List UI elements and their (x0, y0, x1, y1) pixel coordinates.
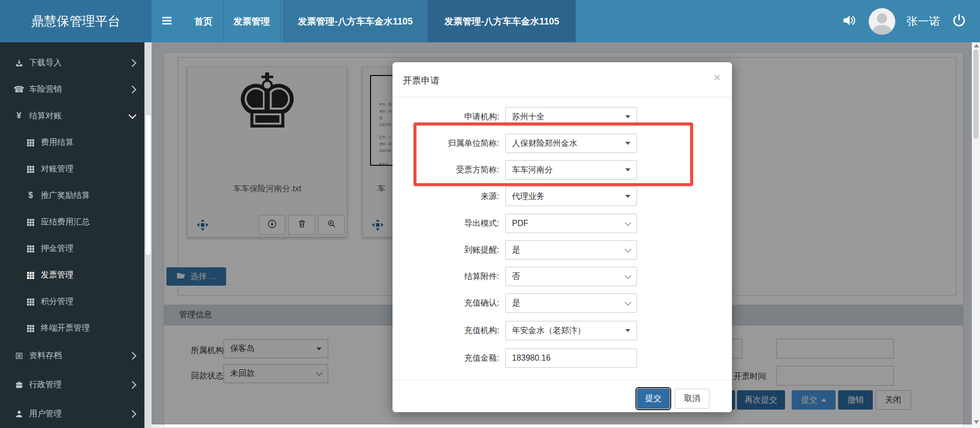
sidebar-subitem-label: 积分管理 (41, 296, 74, 307)
scroll-down-icon[interactable] (974, 420, 979, 424)
sidebar-item-admin[interactable]: 行政管理 (0, 370, 144, 399)
sidebar-subitem-fee-settlement[interactable]: 费用结算 (0, 129, 144, 156)
username: 张一诺 (906, 14, 940, 29)
tab-invoice-bafang-1[interactable]: 发票管理-八方车车金水1105 (283, 0, 428, 42)
sidebar-subitem-fee-summary[interactable]: 应结费用汇总 (0, 209, 144, 235)
form-row: 充值机构: 年安金水（老郑汴） (393, 321, 732, 340)
close-icon[interactable]: × (714, 71, 721, 84)
app-logo[interactable]: 鼎慧保管理平台 (0, 0, 152, 42)
sidebar-item-download-import[interactable]: 下载导入 (0, 49, 144, 76)
recharge-amount-input[interactable] (505, 348, 637, 368)
chevron-down-icon (625, 246, 631, 253)
grid-icon (24, 165, 37, 173)
submit-button-label: 提交 (645, 393, 662, 404)
user-icon (12, 410, 26, 418)
form-row: 来源: 代理业务 (393, 187, 732, 206)
tab-invoice-bafang-2-label: 发票管理-八方车车金水1105 (444, 15, 559, 28)
archive-icon (12, 351, 26, 360)
right-scrollbar-thumb[interactable] (973, 49, 978, 139)
caret-down-icon (625, 115, 630, 118)
tab-home-label: 首页 (194, 15, 213, 28)
chevron-right-icon (129, 410, 137, 418)
chevron-right-icon (129, 381, 137, 389)
source-dropdown[interactable]: 代理业务 (505, 187, 637, 206)
chevron-down-icon (625, 219, 631, 226)
recharge-amount-label: 充值金额: (464, 353, 499, 364)
apply-org-label: 申请机构: (464, 112, 499, 122)
recharge-confirm-select[interactable]: 是 (505, 293, 637, 313)
source-value: 代理业务 (512, 191, 545, 202)
sidebar-item-settlement[interactable]: ¥ 结算对账 (0, 103, 144, 129)
payee-label: 受票方简称: (456, 165, 499, 175)
form-row: 归属单位简称: 人保财险郑州金水 (393, 134, 732, 153)
payee-value: 车车河南分 (512, 165, 553, 175)
form-row: 到账提醒: 是 (393, 240, 732, 260)
owner-unit-dropdown[interactable]: 人保财险郑州金水 (505, 134, 637, 153)
export-mode-select[interactable]: PDF (505, 214, 637, 233)
owner-unit-value: 人保财险郑州金水 (512, 138, 577, 149)
caret-down-icon (625, 195, 630, 198)
sidebar-subitem-points[interactable]: 积分管理 (0, 288, 144, 315)
settle-attach-select[interactable]: 否 (505, 267, 637, 286)
owner-unit-label: 归属单位简称: (448, 138, 499, 149)
sidebar-subitem-invoice-mgmt[interactable]: 发票管理 (0, 262, 144, 288)
left-scrollbar-thumb[interactable] (146, 115, 151, 255)
sound-icon[interactable] (841, 12, 857, 31)
tab-invoice-mgmt-label: 发票管理 (233, 15, 270, 28)
sidebar: 下载导入 ☎ 车险营销 ¥ 结算对账 费用结算 对账管理 $ 推广奖励结算 应结… (0, 42, 144, 428)
form-row: 导出模式: PDF (393, 214, 732, 233)
sidebar-item-label: 行政管理 (29, 380, 62, 390)
download-import-icon (12, 59, 26, 67)
arrival-remind-select[interactable]: 是 (505, 240, 637, 260)
tab-invoice-bafang-2-active[interactable]: 发票管理-八方车车金水1105 (428, 0, 576, 42)
recharge-org-label: 充值机构: (464, 325, 499, 336)
chevron-down-icon (625, 299, 631, 306)
cancel-button[interactable]: 取消 (675, 389, 709, 409)
sidebar-subitem-deposit[interactable]: 押金管理 (0, 235, 144, 262)
form-row: 充值金额: (393, 348, 732, 368)
sidebar-subitem-reconciliation[interactable]: 对账管理 (0, 156, 144, 182)
sidebar-subitem-label: 推广奖励结算 (41, 190, 90, 201)
sidebar-item-label: 下载导入 (29, 58, 62, 68)
grid-icon (24, 245, 37, 253)
caret-down-icon (625, 329, 630, 332)
briefcase-icon (12, 381, 26, 389)
export-mode-value: PDF (512, 219, 528, 228)
left-scrollbar[interactable] (144, 42, 152, 428)
scroll-up-icon[interactable] (974, 44, 979, 47)
avatar[interactable] (869, 8, 895, 35)
form-row: 申请机构: 苏州十全 (393, 107, 732, 127)
recharge-org-dropdown[interactable]: 年安金水（老郑汴） (505, 321, 637, 340)
form-row: 受票方简称: 车车河南分 (393, 160, 732, 180)
sidebar-subitem-label: 对账管理 (41, 164, 74, 174)
sidebar-subitem-terminal-invoice[interactable]: 终端开票管理 (0, 315, 144, 341)
menu-toggle-icon[interactable] (162, 17, 172, 24)
sidebar-item-users[interactable]: 用户管理 (0, 399, 144, 428)
sidebar-item-label: 车险营销 (29, 84, 62, 95)
tab-home[interactable]: 首页 (184, 0, 223, 42)
sidebar-subitem-label: 押金管理 (41, 243, 74, 254)
sidebar-item-label: 结算对账 (29, 111, 62, 121)
grid-icon (24, 139, 37, 146)
caret-down-icon (625, 168, 630, 171)
sidebar-subitem-label: 费用结算 (41, 137, 74, 148)
sidebar-item-label: 资料存档 (29, 350, 62, 361)
arrival-remind-label: 到账提醒: (464, 245, 499, 256)
sidebar-subitem-promo-reward[interactable]: $ 推广奖励结算 (0, 182, 144, 209)
apply-org-dropdown[interactable]: 苏州十全 (505, 107, 637, 127)
submit-button[interactable]: 提交 (637, 389, 670, 409)
source-label: 来源: (481, 191, 499, 202)
right-scrollbar[interactable] (972, 42, 980, 428)
sidebar-item-car-insurance-marketing[interactable]: ☎ 车险营销 (0, 76, 144, 103)
logout-icon[interactable] (951, 13, 967, 30)
sidebar-item-label: 用户管理 (29, 409, 62, 419)
invoice-apply-modal: 开票申请 × 申请机构: 苏州十全 归属单位简称: 人保财险郑州金水 受票方简称… (393, 62, 732, 412)
yen-icon: ¥ (12, 111, 26, 121)
sidebar-item-archive[interactable]: 资料存档 (0, 341, 144, 370)
form-row: 结算附件: 否 (393, 267, 732, 286)
grid-icon (24, 298, 37, 306)
payee-dropdown[interactable]: 车车河南分 (505, 160, 637, 180)
tab-invoice-mgmt[interactable]: 发票管理 (223, 0, 280, 42)
recharge-confirm-label: 充值确认: (464, 298, 499, 309)
grid-icon (24, 271, 37, 279)
